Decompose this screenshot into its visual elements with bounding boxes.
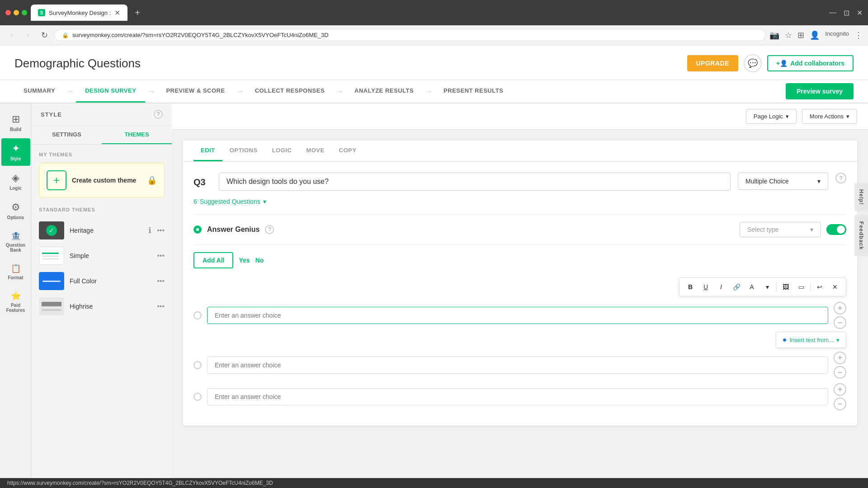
fmt-image-btn[interactable]: 🖼 bbox=[779, 281, 792, 293]
radio-inner bbox=[196, 228, 199, 231]
address-bar[interactable]: 🔒 surveymonkey.com/create/?sm=rsYO2R2V0E… bbox=[54, 29, 766, 41]
answer-genius-toggle[interactable] bbox=[826, 224, 846, 235]
preview-survey-btn[interactable]: Preview survey bbox=[786, 83, 854, 99]
choice-input-1[interactable] bbox=[207, 307, 828, 324]
question-text-input[interactable] bbox=[219, 173, 731, 191]
style-help-btn[interactable]: ? bbox=[154, 110, 163, 119]
fmt-close-btn[interactable]: ✕ bbox=[829, 281, 841, 293]
theme-more-icon-fullcolor[interactable]: ••• bbox=[157, 277, 165, 285]
answer-genius-radio[interactable] bbox=[193, 225, 202, 234]
fmt-underline-btn[interactable]: U bbox=[699, 281, 712, 293]
tab-preview-score[interactable]: PREVIEW & SCORE bbox=[157, 80, 234, 103]
close-window-btn[interactable]: ✕ bbox=[857, 9, 863, 17]
fmt-color-dropdown-btn[interactable]: ▾ bbox=[761, 281, 774, 293]
answer-genius-type-select[interactable]: Select type ▾ bbox=[740, 222, 821, 237]
choice-input-2[interactable] bbox=[207, 357, 828, 374]
format-icon: 📋 bbox=[11, 263, 21, 273]
theme-item-simple[interactable]: Simple ••• bbox=[39, 243, 165, 268]
page-logic-dropdown-icon: ▾ bbox=[786, 113, 789, 120]
yes-link[interactable]: Yes bbox=[239, 257, 250, 264]
choice-remove-btn-2[interactable]: − bbox=[834, 366, 846, 379]
tab-analyze-results[interactable]: ANALYZE RESULTS bbox=[345, 80, 423, 103]
add-collaborators-btn[interactable]: +👤 Add collaborators bbox=[767, 55, 854, 71]
camera-icon: 📷 bbox=[769, 30, 779, 40]
feedback-tab[interactable]: Feedback bbox=[854, 215, 868, 256]
no-link[interactable]: No bbox=[255, 257, 264, 264]
new-tab-btn[interactable]: + bbox=[131, 6, 144, 20]
sidebar-item-options[interactable]: ⚙ Options bbox=[1, 197, 30, 225]
settings-tab[interactable]: SETTINGS bbox=[32, 126, 102, 144]
chat-btn[interactable]: 💬 bbox=[744, 54, 762, 72]
tab-close-btn[interactable]: ✕ bbox=[114, 9, 120, 17]
add-all-btn[interactable]: Add All bbox=[193, 252, 233, 268]
choice-add-btn-3[interactable]: + bbox=[834, 383, 846, 396]
fmt-italic-btn[interactable]: I bbox=[715, 281, 727, 293]
question-help-btn[interactable]: ? bbox=[835, 173, 846, 183]
answer-genius-row: Answer Genius ? Select type ▾ bbox=[193, 214, 846, 245]
fmt-bold-btn[interactable]: B bbox=[684, 281, 697, 293]
suggested-questions-row[interactable]: 6 Suggested Questions ▾ bbox=[193, 198, 846, 205]
forward-btn[interactable]: › bbox=[22, 30, 34, 40]
sidebar-item-build[interactable]: ⊞ Build bbox=[1, 109, 30, 136]
menu-icon[interactable]: ⋮ bbox=[854, 30, 863, 40]
collab-icon: +👤 bbox=[776, 60, 788, 67]
q-tab-logic[interactable]: LOGIC bbox=[265, 141, 299, 161]
fmt-table-btn[interactable]: ▭ bbox=[795, 281, 807, 293]
answer-genius-help-btn[interactable]: ? bbox=[265, 225, 274, 234]
help-tab[interactable]: Help! bbox=[854, 183, 868, 211]
theme-more-icon-heritage[interactable]: ••• bbox=[157, 226, 165, 235]
build-label: Build bbox=[10, 127, 21, 132]
maximize-btn[interactable]: ⊡ bbox=[844, 9, 849, 17]
paid-features-label: Paid Features bbox=[5, 303, 27, 313]
themes-tab[interactable]: THEMES bbox=[102, 126, 172, 144]
q-tab-edit[interactable]: EDIT bbox=[193, 141, 222, 161]
sidebar-panel: STYLE ? SETTINGS THEMES MY THEMES + Crea… bbox=[32, 103, 172, 487]
theme-item-heritage[interactable]: ✓ Heritage ℹ ••• bbox=[39, 218, 165, 243]
fmt-link-btn[interactable]: 🔗 bbox=[730, 281, 743, 293]
choice-radio-1 bbox=[193, 311, 202, 319]
back-btn[interactable]: ‹ bbox=[5, 30, 18, 40]
create-custom-theme-card[interactable]: + Create custom theme 🔒 bbox=[39, 163, 165, 198]
select-type-dropdown-icon: ▾ bbox=[810, 226, 813, 233]
window-controls: — ⊡ ✕ bbox=[829, 9, 863, 17]
theme-item-highrise[interactable]: Highrise ••• bbox=[39, 294, 165, 319]
choice-actions-1: + − bbox=[834, 302, 846, 329]
sidebar-item-style[interactable]: ✦ Style bbox=[1, 138, 30, 166]
question-type-select[interactable]: Multiple Choice ▾ bbox=[738, 173, 828, 190]
theme-more-icon-simple[interactable]: ••• bbox=[157, 252, 165, 260]
q-tab-options[interactable]: OPTIONS bbox=[222, 141, 265, 161]
more-actions-btn[interactable]: More Actions ▾ bbox=[802, 109, 857, 124]
upgrade-btn[interactable]: UPGRADE bbox=[687, 55, 739, 71]
browser-tab[interactable]: S SurveyMonkey Design : ✕ bbox=[31, 5, 127, 21]
sidebar-item-paid-features[interactable]: ⭐ Paid Features bbox=[1, 286, 30, 317]
fmt-color-btn[interactable]: A bbox=[745, 281, 758, 293]
q-tab-copy[interactable]: COPY bbox=[332, 141, 364, 161]
tab-design-survey[interactable]: DESIGN SURVEY bbox=[76, 80, 145, 103]
star-icon[interactable]: ☆ bbox=[785, 30, 792, 40]
insert-text-icon: ● bbox=[783, 336, 787, 344]
choice-remove-btn-3[interactable]: − bbox=[834, 398, 846, 410]
choice-radio-2 bbox=[193, 361, 202, 369]
minimize-btn[interactable]: — bbox=[829, 9, 836, 17]
choice-add-btn-1[interactable]: + bbox=[834, 302, 846, 314]
theme-name-fullcolor: Full Color bbox=[70, 277, 151, 285]
tab-present-results[interactable]: PRESENT RESULTS bbox=[434, 80, 512, 103]
sidebar-item-format[interactable]: 📋 Format bbox=[1, 259, 30, 285]
insert-text-btn[interactable]: ● Insert text from... ▾ bbox=[776, 332, 846, 348]
sidebar-icons: ⊞ Build ✦ Style ◈ Logic ⚙ Options 🏦 Ques… bbox=[0, 103, 32, 487]
choice-add-btn-2[interactable]: + bbox=[834, 352, 846, 364]
options-label: Options bbox=[7, 215, 24, 220]
choice-input-3[interactable] bbox=[207, 388, 828, 405]
choice-remove-btn-1[interactable]: − bbox=[834, 316, 846, 329]
profile-icon: 👤 bbox=[810, 30, 820, 40]
fmt-undo-btn[interactable]: ↩ bbox=[813, 281, 826, 293]
tab-collect-responses[interactable]: COLLECT RESPONSES bbox=[246, 80, 334, 103]
sidebar-item-logic[interactable]: ◈ Logic bbox=[1, 168, 30, 195]
theme-item-fullcolor[interactable]: Full Color ••• bbox=[39, 268, 165, 294]
sidebar-item-question-bank[interactable]: 🏦 Question Bank bbox=[1, 226, 30, 257]
page-logic-btn[interactable]: Page Logic ▾ bbox=[746, 109, 797, 124]
refresh-btn[interactable]: ↻ bbox=[38, 30, 51, 40]
tab-summary[interactable]: SUMMARY bbox=[14, 80, 64, 103]
q-tab-move[interactable]: MOVE bbox=[299, 141, 331, 161]
theme-more-icon-highrise[interactable]: ••• bbox=[157, 302, 165, 310]
